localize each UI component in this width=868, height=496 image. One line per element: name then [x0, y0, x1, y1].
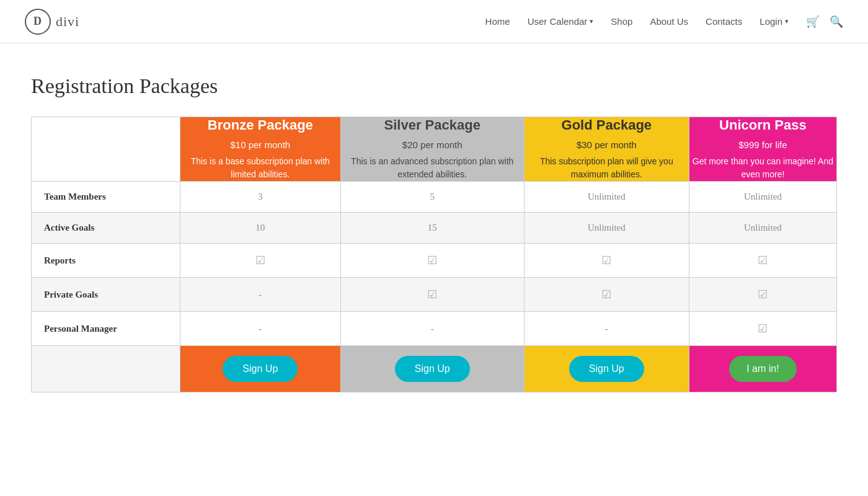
gold-btn-cell: Sign Up	[524, 346, 689, 392]
logo[interactable]: D divi	[25, 9, 79, 35]
nav-icons: 🛒 🔍	[806, 15, 843, 29]
pricing-table: Bronze Package $10 per month This is a b…	[31, 117, 837, 392]
feature-value: ☑	[340, 244, 524, 278]
feature-value: 10	[180, 213, 341, 244]
gold-signup-button[interactable]: Sign Up	[569, 356, 644, 382]
header-label-cell	[32, 117, 180, 182]
cart-icon[interactable]: 🛒	[806, 15, 820, 29]
unicorn-btn-cell: I am in!	[689, 346, 836, 392]
feature-label: Private Goals	[32, 278, 180, 312]
nav-contacts[interactable]: Contacts	[706, 16, 742, 27]
feature-value: Unlimited	[524, 213, 689, 244]
feature-row: Reports☑☑☑☑	[32, 244, 837, 278]
chevron-down-icon: ▾	[590, 17, 593, 25]
brand-name: divi	[56, 14, 79, 30]
bronze-header: Bronze Package $10 per month This is a b…	[180, 117, 341, 182]
feature-value: ☑	[689, 312, 836, 346]
feature-value: -	[340, 312, 524, 346]
feature-label: Reports	[32, 244, 180, 278]
unicorn-name: Unicorn Pass	[689, 117, 836, 133]
unicorn-header: Unicorn Pass $999 for life Get more than…	[689, 117, 836, 182]
search-icon[interactable]: 🔍	[830, 15, 843, 29]
silver-price: $20 per month	[341, 140, 524, 150]
main-content: Registration Packages Bronze Package $10…	[0, 43, 868, 430]
button-row-label	[32, 346, 180, 392]
feature-value: ☑	[689, 244, 836, 278]
unicorn-price: $999 for life	[689, 140, 836, 150]
feature-row: Team Members35UnlimitedUnlimited	[32, 182, 837, 213]
bronze-btn-cell: Sign Up	[180, 346, 341, 392]
feature-value: Unlimited	[524, 182, 689, 213]
silver-signup-button[interactable]: Sign Up	[395, 356, 470, 382]
unicorn-desc: Get more than you can imagine! And even …	[693, 156, 833, 179]
feature-label: Personal Manager	[32, 312, 180, 346]
feature-value: ☑	[524, 244, 689, 278]
gold-header: Gold Package $30 per month This subscrip…	[524, 117, 689, 182]
nav-about-us[interactable]: About Us	[650, 16, 688, 27]
silver-name: Silver Package	[341, 117, 524, 133]
feature-value: Unlimited	[689, 182, 836, 213]
feature-label: Team Members	[32, 182, 180, 213]
feature-row: Private Goals-☑☑☑	[32, 278, 837, 312]
site-header: D divi Home User Calendar ▾ Shop About U…	[0, 0, 868, 43]
unicorn-signup-button[interactable]: I am in!	[729, 356, 796, 382]
nav-shop[interactable]: Shop	[611, 16, 632, 27]
feature-value: Unlimited	[689, 213, 836, 244]
nav-user-calendar[interactable]: User Calendar ▾	[528, 16, 594, 27]
nav-home[interactable]: Home	[485, 16, 510, 27]
nav-login[interactable]: Login ▾	[760, 16, 789, 27]
feature-value: 3	[180, 182, 341, 213]
silver-header: Silver Package $20 per month This is an …	[340, 117, 524, 182]
feature-value: -	[524, 312, 689, 346]
silver-btn-cell: Sign Up	[340, 346, 524, 392]
feature-value: ☑	[689, 278, 836, 312]
silver-desc: This is an advanced subscription plan wi…	[351, 156, 513, 179]
feature-value: ☑	[180, 244, 341, 278]
bronze-desc: This is a base subscription plan with li…	[191, 156, 330, 179]
feature-value: 5	[340, 182, 524, 213]
logo-icon: D	[25, 9, 51, 35]
gold-name: Gold Package	[525, 117, 689, 133]
feature-label: Active Goals	[32, 213, 180, 244]
feature-value: -	[180, 278, 341, 312]
feature-value: -	[180, 312, 341, 346]
package-header-row: Bronze Package $10 per month This is a b…	[32, 117, 837, 182]
chevron-down-icon: ▾	[785, 17, 789, 25]
button-row: Sign UpSign UpSign UpI am in!	[32, 346, 837, 392]
feature-row: Personal Manager---☑	[32, 312, 837, 346]
page-title: Registration Packages	[31, 74, 837, 98]
bronze-price: $10 per month	[180, 140, 340, 150]
bronze-signup-button[interactable]: Sign Up	[223, 356, 298, 382]
feature-value: 15	[340, 213, 524, 244]
main-nav: Home User Calendar ▾ Shop About Us Conta…	[485, 15, 843, 29]
feature-row: Active Goals1015UnlimitedUnlimited	[32, 213, 837, 244]
gold-desc: This subscription plan will give you max…	[540, 156, 673, 179]
feature-value: ☑	[340, 278, 524, 312]
bronze-name: Bronze Package	[180, 117, 340, 133]
feature-value: ☑	[524, 278, 689, 312]
gold-price: $30 per month	[525, 140, 689, 150]
